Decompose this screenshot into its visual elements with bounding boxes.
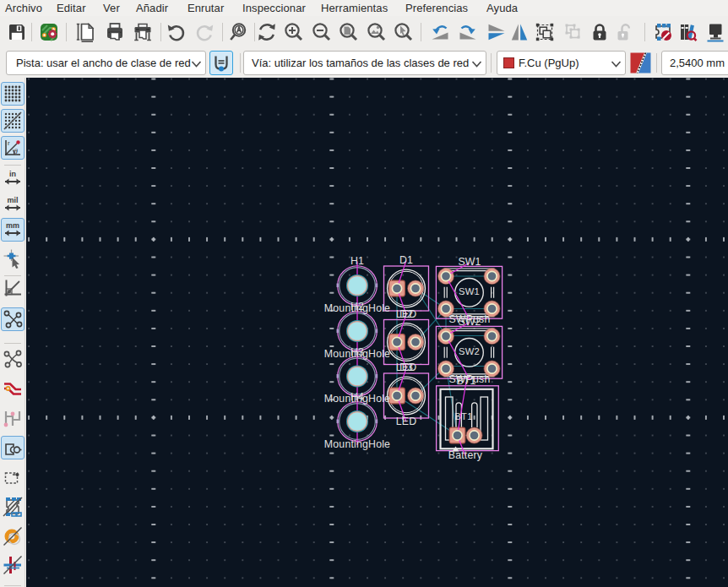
svg-text:SW2: SW2 bbox=[459, 346, 480, 356]
svg-text:D1: D1 bbox=[399, 254, 413, 266]
svg-text:Battery: Battery bbox=[448, 449, 483, 461]
svg-text:SW1: SW1 bbox=[458, 256, 481, 268]
svg-text:MountingHole: MountingHole bbox=[324, 348, 390, 360]
svg-text:r: r bbox=[8, 139, 10, 147]
svg-text:MountingHole: MountingHole bbox=[324, 393, 390, 405]
svg-text:MountingHole: MountingHole bbox=[324, 438, 390, 450]
svg-text:LED: LED bbox=[396, 416, 417, 427]
svg-text:H1: H1 bbox=[350, 255, 364, 267]
svg-text:LED: LED bbox=[396, 308, 417, 320]
svg-text:in: in bbox=[9, 170, 16, 178]
svg-text:SWPush: SWPush bbox=[448, 373, 490, 385]
svg-text:BT1: BT1 bbox=[454, 411, 472, 421]
svg-text:mm: mm bbox=[6, 221, 19, 230]
svg-text:LED: LED bbox=[396, 361, 417, 373]
svg-text:SW1: SW1 bbox=[459, 286, 480, 296]
svg-text:MountingHole: MountingHole bbox=[324, 302, 390, 314]
svg-text:mil: mil bbox=[7, 196, 18, 204]
svg-text:SWPush: SWPush bbox=[448, 313, 490, 325]
svg-text:θ: θ bbox=[14, 147, 19, 155]
